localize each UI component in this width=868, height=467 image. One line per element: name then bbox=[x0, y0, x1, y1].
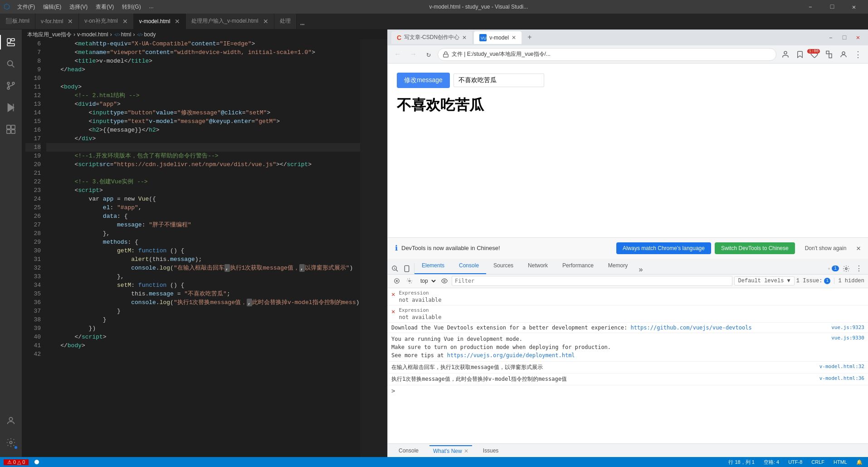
devtools-tab-network[interactable]: Network bbox=[521, 258, 555, 274]
profile-icon-btn[interactable] bbox=[779, 48, 792, 61]
tab-vfor[interactable]: v-for.html ✕ bbox=[35, 14, 79, 29]
browser-minimize[interactable]: – bbox=[824, 31, 837, 44]
vmodel-tab-close[interactable]: ✕ bbox=[512, 34, 516, 41]
code-line-34: setM: function () { bbox=[46, 281, 360, 290]
puzzle-icon-btn[interactable] bbox=[823, 48, 835, 61]
bottom-tab-whatsnew[interactable]: What's New ✕ bbox=[429, 445, 472, 456]
entry-close-1[interactable]: ✕ bbox=[391, 290, 395, 298]
bookmark-icon-btn[interactable] bbox=[794, 48, 806, 61]
address-bar[interactable]: 文件 | E:/study_vue/本地应用_vue指令/... bbox=[438, 48, 776, 61]
eye-btn[interactable] bbox=[439, 275, 450, 286]
log-2-source[interactable]: v-model.html:36 bbox=[819, 375, 864, 381]
language-status[interactable]: HTML bbox=[832, 459, 849, 465]
activity-extensions[interactable] bbox=[0, 118, 22, 140]
activity-explorer[interactable] bbox=[0, 31, 22, 53]
activity-settings[interactable] bbox=[0, 432, 22, 453]
log-1-source[interactable]: v-model.html:32 bbox=[819, 364, 864, 369]
menu-goto[interactable]: 转到(G) bbox=[118, 2, 144, 12]
devtools-tab-more[interactable]: » bbox=[635, 266, 647, 274]
svg-point-30 bbox=[845, 268, 847, 270]
issue-icon-btn[interactable]: 1 bbox=[828, 263, 839, 274]
spaces-status[interactable]: 空格: 4 bbox=[762, 459, 781, 466]
activity-account[interactable] bbox=[0, 410, 22, 432]
menu-view[interactable]: 查看(V) bbox=[92, 2, 117, 12]
new-tab-btn[interactable]: + bbox=[523, 31, 536, 44]
maximize-btn[interactable]: □ bbox=[822, 0, 843, 14]
code-line-18 bbox=[46, 143, 360, 152]
device-icon[interactable] bbox=[401, 263, 412, 274]
menu-more[interactable]: ... bbox=[146, 2, 157, 12]
devtools-tab-sources[interactable]: Sources bbox=[486, 258, 521, 274]
entry-close-2[interactable]: ✕ bbox=[391, 307, 395, 315]
devtools-tab-memory[interactable]: Memory bbox=[601, 258, 635, 274]
whatsnew-close[interactable]: ✕ bbox=[464, 448, 468, 454]
vmodel-tab-icon: VUE bbox=[479, 34, 487, 41]
activity-source-control[interactable] bbox=[0, 75, 22, 97]
tab-process2[interactable]: 处理 bbox=[274, 14, 297, 29]
match-language-btn[interactable]: Always match Chrome's language bbox=[616, 242, 711, 254]
tab-vfor-close[interactable]: ✕ bbox=[68, 18, 73, 25]
clear-console-btn[interactable] bbox=[391, 275, 402, 286]
code-editor[interactable]: 6 7 8 9 10 11 12 13 14 15 16 17 18 19 20… bbox=[22, 39, 387, 457]
tab-process2-label: 处理 bbox=[280, 17, 291, 25]
bottom-tab-console[interactable]: Console bbox=[395, 446, 422, 456]
nav-refresh-btn[interactable]: ↻ bbox=[422, 48, 435, 61]
tab-vmodel-close[interactable]: ✕ bbox=[175, 18, 180, 25]
console-prompt-input[interactable] bbox=[399, 387, 864, 393]
minimize-btn[interactable]: – bbox=[800, 0, 821, 14]
bottom-tab-issues[interactable]: Issues bbox=[479, 446, 502, 456]
vue-devtools-link[interactable]: https://github.com/vuejs/vue-devtools bbox=[630, 324, 751, 331]
menu-select[interactable]: 选择(V) bbox=[66, 2, 91, 12]
devtools-tab-console[interactable]: Console bbox=[452, 258, 486, 274]
tab-von[interactable]: v-on补充.html ✕ bbox=[79, 14, 133, 29]
tab-vmodel[interactable]: v-model.html ✕ bbox=[134, 14, 186, 29]
devtools-tab-performance[interactable]: Performance bbox=[555, 258, 601, 274]
activity-search[interactable] bbox=[0, 53, 22, 75]
remote-btn[interactable] bbox=[32, 459, 41, 465]
devtools-actions: 1 ⋮ bbox=[824, 263, 868, 274]
switch-language-btn[interactable]: Switch DevTools to Chinese bbox=[715, 242, 795, 254]
context-selector[interactable]: top bbox=[417, 276, 437, 285]
csdn-tab-close[interactable]: ✕ bbox=[462, 34, 467, 41]
settings-icon-btn[interactable] bbox=[841, 263, 852, 274]
tab-more-btn[interactable]: ⋯ bbox=[297, 20, 308, 29]
browser-tab-vmodel[interactable]: VUE v-model ✕ bbox=[474, 31, 522, 44]
line-ending-status[interactable]: CRLF bbox=[809, 459, 826, 465]
tab-process-close[interactable]: ✕ bbox=[263, 18, 268, 25]
levels-dropdown[interactable]: Default levels ▼ bbox=[734, 276, 795, 285]
entry-source-2[interactable]: vue.js:9330 bbox=[831, 335, 864, 341]
more-devtools-btn[interactable]: ⋮ bbox=[853, 263, 864, 274]
tab-boards[interactable]: ⬛板.html bbox=[0, 14, 35, 29]
encoding-status[interactable]: UTF-8 bbox=[786, 459, 804, 465]
browser-close[interactable]: ✕ bbox=[852, 31, 864, 44]
extension-icon-btn[interactable]: 1:00 bbox=[808, 48, 821, 61]
expression-label-1: Expression bbox=[399, 290, 864, 296]
dont-show-btn[interactable]: Don't show again bbox=[799, 242, 853, 254]
nav-back-btn[interactable]: ← bbox=[391, 48, 404, 61]
settings-console-btn[interactable] bbox=[404, 275, 415, 286]
modify-message-btn[interactable]: 修改message bbox=[397, 73, 450, 88]
menu-edit[interactable]: 编辑(E) bbox=[39, 2, 65, 12]
feedback-btn[interactable]: 🔔 bbox=[854, 459, 864, 465]
avatar-icon-btn[interactable] bbox=[837, 48, 850, 61]
close-btn[interactable]: ✕ bbox=[844, 0, 864, 14]
notification-close-btn[interactable]: ✕ bbox=[856, 244, 861, 253]
devtools-tab-elements[interactable]: Elements bbox=[414, 258, 452, 274]
activity-run[interactable] bbox=[0, 97, 22, 118]
tab-process[interactable]: 处理用户输入_v-model.html ✕ bbox=[186, 14, 274, 29]
more-options-btn[interactable]: ⋮ bbox=[852, 48, 864, 61]
message-input[interactable] bbox=[454, 74, 544, 87]
browser-tab-csdn[interactable]: C 写文章-CSDN创作中心 ✕ bbox=[391, 31, 472, 44]
console-filter-input[interactable] bbox=[452, 276, 732, 286]
menu-file[interactable]: 文件(F) bbox=[14, 2, 39, 12]
error-count[interactable]: ⚠ 0 △ 0 bbox=[4, 459, 29, 465]
code-line-31: alert(this.message); bbox=[46, 255, 360, 264]
code-lines[interactable]: <meta http-equiv="X-UA-Compatible" conte… bbox=[44, 39, 360, 457]
vue-deployment-link[interactable]: https://vuejs.org/guide/deployment.html bbox=[447, 352, 575, 359]
nav-forward-btn[interactable]: → bbox=[407, 48, 419, 61]
inspect-icon[interactable] bbox=[390, 263, 400, 274]
line-col-status[interactable]: 行 18，列 1 bbox=[727, 459, 756, 466]
entry-source-1[interactable]: vue.js:9323 bbox=[831, 324, 864, 330]
browser-maximize[interactable]: □ bbox=[838, 31, 851, 44]
tab-von-close[interactable]: ✕ bbox=[122, 18, 128, 25]
